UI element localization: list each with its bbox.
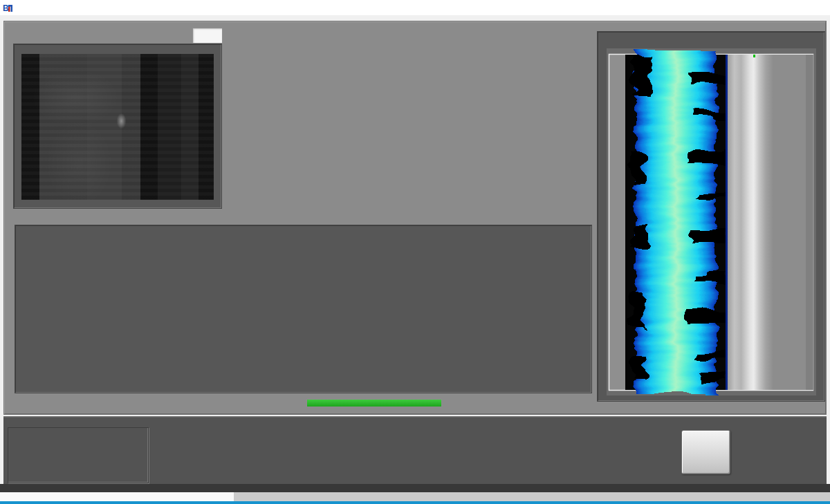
left-edge-spot-chart (15, 225, 591, 393)
processed-image-canvas (607, 48, 816, 395)
file-position-progressbar (306, 399, 442, 407)
actual-fps-value (192, 28, 223, 44)
processed-image-panel (597, 31, 825, 402)
taskbar-edge (0, 501, 830, 504)
file-position-fill (307, 400, 441, 407)
scrollbar-left-arrow[interactable] (0, 492, 234, 501)
title-bar: B (0, 0, 830, 15)
app-window: B (0, 0, 830, 504)
bottom-control-panel (3, 416, 827, 484)
bottom-shadow-strip (0, 484, 830, 492)
spot-chart-panel (15, 225, 592, 393)
exit-button[interactable] (681, 430, 730, 474)
main-panel (3, 21, 827, 415)
camera-image-canvas (21, 54, 214, 200)
panel-buttons-groupbox (8, 427, 149, 483)
horizontal-scrollbar[interactable] (0, 492, 830, 501)
app-logo-icon: B (3, 3, 15, 13)
svg-text:B: B (3, 3, 9, 13)
camera-image-panel (13, 44, 222, 209)
temperature-profile-chart (264, 44, 492, 161)
